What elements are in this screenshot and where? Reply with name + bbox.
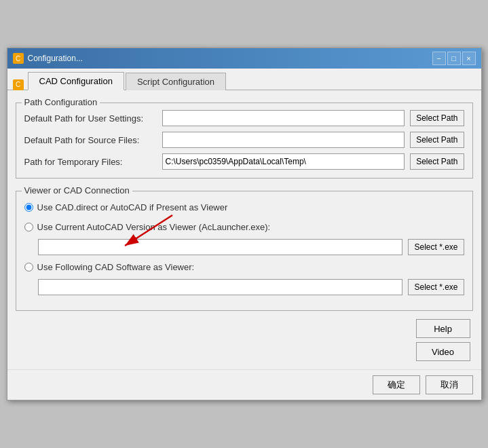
viewer-option2-section: Use Current AutoCAD Version as Viewer (A… [24,222,464,255]
close-button[interactable]: × [462,52,476,65]
viewer-option1-radio[interactable] [24,203,33,212]
select-path-source-files-button[interactable]: Select Path [410,132,464,148]
tab-script-config[interactable]: Script Configuration [126,73,226,90]
title-bar-text: C Configuration... [13,53,83,64]
main-content: Path Configuration Default Path for User… [7,90,481,369]
viewer-option2-input-row: Select *.exe [24,239,464,255]
cancel-button[interactable]: 取消 [426,375,473,394]
side-buttons: Help Video [16,319,473,361]
viewer-config-group: Viewer or CAD Connection Use CAD.direct … [16,191,473,311]
path-source-files-input[interactable] [162,132,405,148]
viewer-option1-label[interactable]: Use CAD.direct or AutoCAD if Present as … [37,202,228,212]
select-path-user-settings-button[interactable]: Select Path [410,110,464,126]
help-button[interactable]: Help [416,319,470,338]
viewer-option3-input-row: Select *.exe [24,279,464,295]
viewer-option1-row: Use CAD.direct or AutoCAD if Present as … [24,202,464,212]
main-window: C Configuration... − □ × C CAD Configura… [7,48,482,400]
app-icon: C [13,53,24,64]
tab-bar: C CAD Configuration Script Configuration [7,69,481,90]
viewer-option2-row: Use Current AutoCAD Version as Viewer (A… [24,222,464,232]
path-config-group: Path Configuration Default Path for User… [16,102,473,179]
viewer-config-label: Viewer or CAD Connection [22,185,132,195]
viewer-option3-input[interactable] [38,279,403,295]
maximize-button[interactable]: □ [447,52,461,65]
viewer-option3-radio[interactable] [24,263,33,272]
path-config-label: Path Configuration [22,97,100,107]
select-exe-option2-button[interactable]: Select *.exe [408,239,464,255]
select-exe-option3-button[interactable]: Select *.exe [408,279,464,295]
minimize-button[interactable]: − [432,52,446,65]
window-title: Configuration... [28,54,83,63]
ok-button[interactable]: 确定 [373,375,420,394]
path-user-settings-input[interactable] [162,110,405,126]
viewer-option3-section: Use Following CAD Software as Viewer: Se… [24,262,464,295]
cad-tab-icon: C [13,79,24,90]
path-temp-files-row: Path for Temporary Files: Select Path [24,153,464,170]
path-temp-files-label: Path for Temporary Files: [24,157,157,167]
path-source-files-row: Default Path for Source Files: Select Pa… [24,132,464,148]
viewer-option2-input[interactable] [38,239,403,255]
viewer-option2-radio[interactable] [24,223,33,231]
tab-cad-config[interactable]: CAD Configuration [28,72,124,90]
path-user-settings-label: Default Path for User Settings: [24,113,157,124]
title-bar-controls: − □ × [432,52,476,65]
viewer-option3-label[interactable]: Use Following CAD Software as Viewer: [37,262,195,272]
path-temp-files-input[interactable] [162,153,405,170]
select-path-temp-files-button[interactable]: Select Path [410,153,464,170]
title-bar: C Configuration... − □ × [7,48,481,69]
path-source-files-label: Default Path for Source Files: [24,135,157,145]
video-button[interactable]: Video [416,342,470,361]
viewer-option3-row: Use Following CAD Software as Viewer: [24,262,464,272]
path-user-settings-row: Default Path for User Settings: Select P… [24,110,464,126]
bottom-bar: 确定 取消 [7,369,481,400]
viewer-option2-label[interactable]: Use Current AutoCAD Version as Viewer (A… [37,222,271,232]
